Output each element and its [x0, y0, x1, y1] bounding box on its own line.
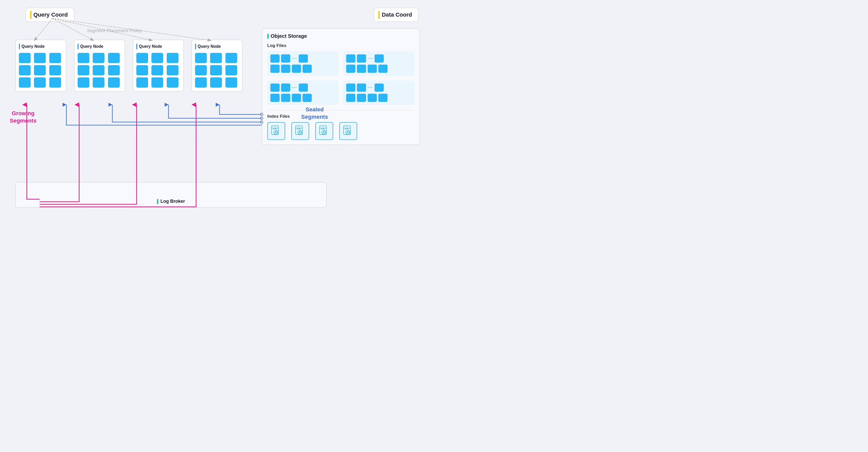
log-cell — [374, 84, 384, 92]
log-cell — [368, 65, 377, 73]
log-file-group-1: ··· — [267, 51, 339, 76]
seg-cell — [136, 65, 148, 76]
seg-cell — [151, 53, 163, 63]
log-cell — [292, 65, 301, 73]
seg-cell — [167, 65, 179, 76]
seg-cell — [136, 78, 148, 88]
seg-cell — [78, 53, 89, 63]
seg-cell — [108, 78, 120, 88]
log-cell — [303, 94, 312, 102]
seg-cell — [34, 78, 46, 88]
green-accent-bar — [267, 34, 269, 39]
log-row — [346, 94, 411, 102]
green-accent-bar-broker — [157, 199, 158, 204]
log-cell — [368, 94, 377, 102]
index-icon-1 — [267, 122, 285, 140]
blue-accent-bar-2 — [78, 44, 79, 49]
log-row: ··· — [346, 54, 411, 63]
log-row: ··· — [270, 84, 336, 92]
seg-cell — [225, 53, 237, 63]
index-icon-2 — [291, 122, 309, 140]
seg-cell — [93, 65, 104, 76]
log-cell — [292, 94, 301, 102]
log-files-grid: ··· ··· — [267, 51, 414, 105]
log-row: ··· — [270, 54, 336, 63]
query-node-title-4: Query Node — [197, 44, 221, 49]
seg-cell — [151, 65, 163, 76]
seg-cell — [93, 78, 104, 88]
log-cell — [357, 94, 366, 102]
log-cell — [346, 54, 355, 63]
seg-cell — [49, 78, 61, 88]
seg-cell — [225, 65, 237, 76]
log-cell — [281, 54, 290, 63]
log-row: ··· — [346, 84, 411, 92]
log-cell — [357, 54, 366, 63]
segment-grid-2 — [78, 53, 121, 88]
log-cell — [270, 65, 280, 73]
log-cell — [281, 65, 290, 73]
log-cell — [303, 65, 312, 73]
segment-grid-4 — [195, 53, 239, 88]
blue-accent-bar-1 — [19, 44, 20, 49]
log-cell — [357, 65, 366, 73]
seg-cell — [108, 65, 120, 76]
query-coord-box: Query Coord — [26, 8, 74, 22]
seg-cell — [19, 53, 31, 63]
seg-cell — [49, 53, 61, 63]
log-cell — [299, 54, 308, 63]
query-node-header-1: Query Node — [19, 44, 62, 49]
query-node-header-4: Query Node — [195, 44, 239, 49]
log-file-group-4: ··· — [343, 81, 414, 105]
log-cell — [270, 94, 280, 102]
index-files-title: Index Files — [267, 114, 414, 119]
data-coord-box: Data Coord — [374, 8, 419, 22]
seg-cell — [210, 78, 222, 88]
log-cell — [346, 65, 355, 73]
seg-cell — [108, 53, 120, 63]
log-cell — [374, 54, 384, 63]
seg-cell — [19, 78, 31, 88]
log-cell — [299, 84, 308, 92]
log-cell — [346, 94, 355, 102]
segment-grid-3 — [136, 53, 180, 88]
seg-cell — [225, 78, 237, 88]
log-broker-text: Log Broker — [160, 199, 185, 204]
diagram-container: Query Coord Segment Placement Policy Que… — [0, 0, 434, 226]
log-cell — [281, 84, 290, 92]
seg-cell — [167, 78, 179, 88]
yellow-accent-bar-2 — [378, 11, 380, 19]
seg-cell — [151, 78, 163, 88]
blue-accent-bar-3 — [136, 44, 137, 49]
seg-cell — [49, 65, 61, 76]
data-coord-title: Data Coord — [382, 11, 412, 18]
seg-cell — [195, 53, 207, 63]
log-file-group-2: ··· — [343, 51, 414, 76]
seg-cell — [195, 65, 207, 76]
log-cell — [270, 84, 280, 92]
log-cell — [346, 84, 355, 92]
seg-cell — [210, 53, 222, 63]
seg-cell — [167, 53, 179, 63]
log-cell — [378, 65, 388, 73]
log-row — [270, 65, 336, 73]
index-files-row — [267, 122, 414, 140]
seg-cell — [19, 65, 31, 76]
query-node-box-3: Query Node — [133, 39, 184, 92]
object-storage-title: Object Storage — [271, 33, 307, 39]
seg-cell — [195, 78, 207, 88]
yellow-accent-bar — [30, 11, 31, 19]
log-file-group-3: ··· — [267, 81, 339, 105]
seg-cell — [34, 53, 46, 63]
log-row — [346, 65, 411, 73]
query-node-title-3: Query Node — [139, 44, 162, 49]
query-node-title-2: Query Node — [80, 44, 103, 49]
query-node-box-1: Query Node — [15, 39, 66, 92]
blue-accent-bar-4 — [195, 44, 196, 49]
object-storage-header: Object Storage — [267, 33, 414, 39]
seg-cell — [78, 78, 89, 88]
log-broker-box: Log Broker — [15, 182, 327, 208]
log-files-title: Log Files — [267, 43, 414, 48]
query-coord-title: Query Coord — [33, 11, 68, 18]
seg-cell — [78, 65, 89, 76]
